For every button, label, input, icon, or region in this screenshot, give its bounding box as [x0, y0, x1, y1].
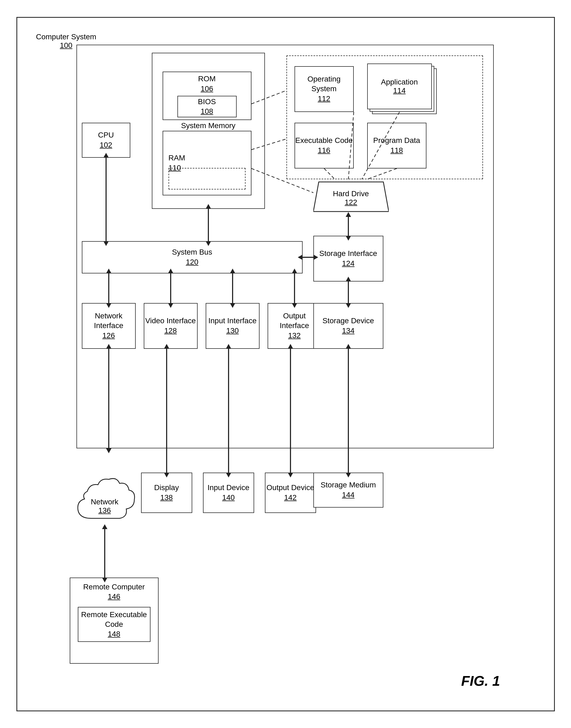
remote-computer-box: Remote Computer 146 Remote Executable Co… [70, 578, 158, 664]
storage-interface-box: Storage Interface 124 [313, 236, 383, 281]
executable-code-box: Executable Code 116 [295, 123, 354, 168]
storage-device-box: Storage Device 134 [313, 303, 383, 349]
display-box: Display 138 [141, 473, 192, 513]
bios-box: BIOS 108 [178, 96, 237, 117]
svg-marker-30 [106, 448, 111, 453]
program-data-box: Program Data 118 [367, 123, 427, 168]
figure-label: FIG. 1 [461, 673, 500, 689]
output-device-box: Output Device 142 [265, 473, 316, 513]
application-stacked: Application 114 [367, 64, 432, 112]
ram-inner [168, 168, 245, 190]
page: Computer System 100 System Memory 104 RO… [16, 17, 555, 711]
input-interface-box: Input Interface 130 [206, 303, 259, 349]
input-device-box: Input Device 140 [203, 473, 254, 513]
system-bus-box: System Bus 120 [82, 241, 303, 273]
network-label: Network 136 [70, 486, 140, 526]
ram-box: RAM 110 [162, 131, 251, 196]
video-interface-box: Video Interface 128 [144, 303, 198, 349]
storage-medium-box: Storage Medium 144 [313, 473, 383, 508]
remote-executable-code-box: Remote Executable Code 148 [78, 607, 150, 642]
hard-drive-label: Hard Drive 122 [313, 185, 389, 212]
network-interface-box: Network Interface 126 [82, 303, 136, 349]
rom-box: ROM 106 BIOS 108 [162, 72, 251, 120]
cpu-box: CPU 102 [82, 123, 130, 158]
os-box: Operating System 112 [295, 66, 354, 112]
